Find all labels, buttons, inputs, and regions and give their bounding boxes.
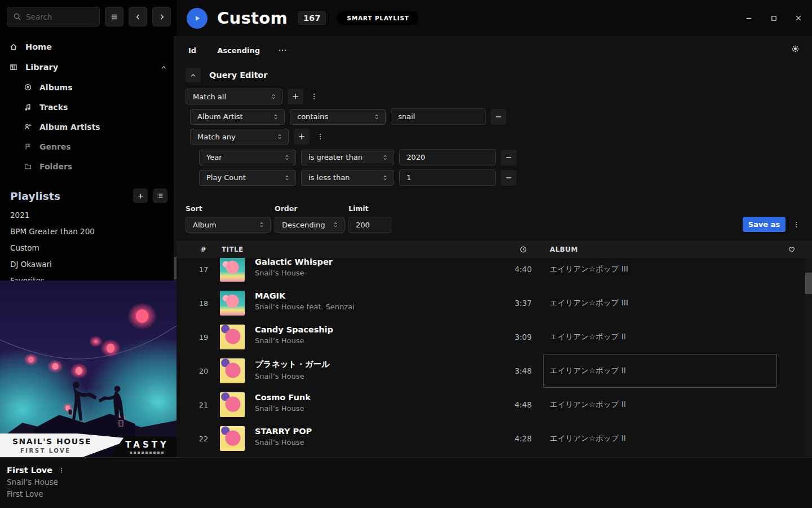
sidebar-item-album-artists[interactable]: Album Artists <box>0 117 176 137</box>
sidebar-item-library[interactable]: Library <box>0 57 176 77</box>
column-title[interactable]: TITLE <box>222 241 244 258</box>
search-input[interactable] <box>26 12 94 21</box>
add-rule-button[interactable] <box>288 89 303 104</box>
rule-operator-select[interactable]: contains <box>290 109 386 125</box>
table-row[interactable]: 20 プラネット・ガール Snail’s House 3:48 エイリアン☆ポッ… <box>176 354 812 388</box>
now-playing-album[interactable]: First Love <box>7 489 65 498</box>
now-playing-album-art[interactable]: SNAIL'S HOUSE FIRST LOVE TASTY <box>0 281 176 457</box>
track-artist: Snail’s House <box>255 404 311 413</box>
sort-field-button[interactable]: Id <box>188 46 196 55</box>
sidebar: Home Library Albums <box>0 0 176 457</box>
artist-icon <box>24 122 32 131</box>
table-row[interactable]: 17 Galactic Whisper Snail’s House 4:40 エ… <box>176 258 812 286</box>
track-album: エイリアン☆ポップ II <box>550 354 626 388</box>
rule-value-input[interactable] <box>391 108 486 125</box>
sort-direction-button[interactable]: Ascending <box>217 46 260 55</box>
settings-gear-icon[interactable] <box>791 44 800 54</box>
sidebar-item-label: Library <box>25 63 58 72</box>
nav-forward-button[interactable] <box>152 7 171 27</box>
favorite-heart-icon[interactable] <box>788 241 796 258</box>
add-playlist-button[interactable] <box>133 189 148 203</box>
track-album: エイリアン☆ポップ II <box>550 388 626 422</box>
save-options-kebab-icon[interactable] <box>791 217 802 232</box>
match-type-select[interactable]: Match any <box>190 129 289 144</box>
track-artist: Snail’s House <box>255 269 333 277</box>
rule-group-kebab-icon[interactable] <box>308 89 320 104</box>
window-maximize-button[interactable] <box>768 12 779 24</box>
sort-select[interactable]: Album <box>186 217 271 233</box>
rule-value-input[interactable] <box>399 149 496 165</box>
sidebar-item-genres[interactable]: Genres <box>0 137 176 156</box>
rule-operator-select[interactable]: is greater than <box>301 150 394 165</box>
track-title: Cosmo Funk <box>255 393 311 402</box>
playlist-item[interactable]: 2021 <box>0 207 176 223</box>
more-options-icon[interactable] <box>277 45 288 55</box>
table-row[interactable]: 22 STARRY POP Snail’s House 4:28 エイリアン☆ポ… <box>176 422 812 456</box>
collapse-query-editor-button[interactable] <box>186 68 201 82</box>
track-artist: Snail’s House <box>255 438 312 446</box>
rule-group-kebab-icon[interactable] <box>315 129 326 144</box>
sidebar-item-home[interactable]: Home <box>0 37 176 57</box>
select-value: Match any <box>197 133 236 141</box>
order-label: Order <box>275 204 345 213</box>
search-box[interactable] <box>7 7 100 27</box>
select-value: Descending <box>282 221 325 229</box>
select-updown-icon <box>373 113 380 121</box>
sidebar-item-albums[interactable]: Albums <box>0 77 176 97</box>
playlist-item[interactable]: BPM Greater than 200 <box>0 223 176 239</box>
track-album: エイリアン☆ポップ II <box>550 422 626 456</box>
chevron-left-icon <box>134 13 142 21</box>
nav-back-button[interactable] <box>129 7 147 27</box>
track-artist: Snail’s House <box>255 336 333 345</box>
remove-rule-button[interactable] <box>491 109 506 125</box>
albums-icon <box>24 83 32 91</box>
track-album-art <box>220 392 245 417</box>
table-row[interactable]: 21 Cosmo Funk Snail’s House 4:48 エイリアン☆ポ… <box>176 388 812 422</box>
window-minimize-button[interactable] <box>743 12 754 24</box>
menu-button[interactable] <box>105 7 123 27</box>
rule-field-select[interactable]: Play Count <box>199 170 296 186</box>
track-index: 17 <box>193 258 214 286</box>
track-title: プラネット・ガール <box>255 359 330 370</box>
remove-rule-button[interactable] <box>501 150 517 165</box>
save-as-button[interactable]: Save as <box>743 217 785 232</box>
window-close-button[interactable] <box>793 12 804 24</box>
sidebar-item-folders[interactable]: Folders <box>0 156 176 176</box>
app-window: Home Library Albums <box>0 0 812 508</box>
match-type-select[interactable]: Match all <box>186 89 283 104</box>
sidebar-item-tracks[interactable]: Tracks <box>0 97 176 117</box>
now-playing-artist[interactable]: Snail’s House <box>7 478 65 487</box>
album-art-artist-text: SNAIL'S HOUSE <box>12 437 133 446</box>
query-editor-title: Query Editor <box>209 71 267 80</box>
scrollbar-thumb[interactable] <box>805 273 812 294</box>
rule-field-select[interactable]: Year <box>199 150 296 165</box>
now-playing-kebab-icon[interactable] <box>58 466 65 474</box>
playlist-item[interactable]: DJ Okawari <box>0 256 176 272</box>
playlist-list-button[interactable] <box>153 189 167 203</box>
track-duration: 3:37 <box>492 286 532 320</box>
chevron-up-icon[interactable] <box>160 64 167 71</box>
column-index[interactable]: # <box>193 241 214 258</box>
rule-operator-select[interactable]: is less than <box>301 170 394 186</box>
tracklist-scrollbar[interactable] <box>805 258 812 457</box>
duration-clock-icon[interactable] <box>519 241 527 258</box>
limit-input[interactable] <box>348 217 391 233</box>
column-album[interactable]: ALBUM <box>550 241 578 258</box>
now-playing-title: First Love <box>7 466 52 475</box>
playlist-item[interactable]: Custom <box>0 239 176 256</box>
track-album-art <box>220 358 245 383</box>
track-artist: Snail’s House feat. Sennzai <box>255 303 355 311</box>
table-row[interactable]: 18 MAGIK Snail’s House feat. Sennzai 3:3… <box>176 286 812 320</box>
rule-field-select[interactable]: Album Artist <box>190 109 285 125</box>
track-album-art <box>220 291 245 316</box>
play-playlist-button[interactable] <box>187 8 208 29</box>
order-select[interactable]: Descending <box>275 217 345 233</box>
sidebar-scrollbar[interactable] <box>174 36 176 281</box>
table-row[interactable]: 19 Candy Spaceship Snail’s House 3:09 エイ… <box>176 320 812 354</box>
track-duration: 4:28 <box>492 422 532 456</box>
rule-value-input[interactable] <box>399 169 496 186</box>
remove-rule-button[interactable] <box>501 170 517 186</box>
add-rule-button[interactable] <box>294 129 310 144</box>
track-count-badge: 167 <box>298 11 326 25</box>
folder-icon <box>24 162 32 170</box>
